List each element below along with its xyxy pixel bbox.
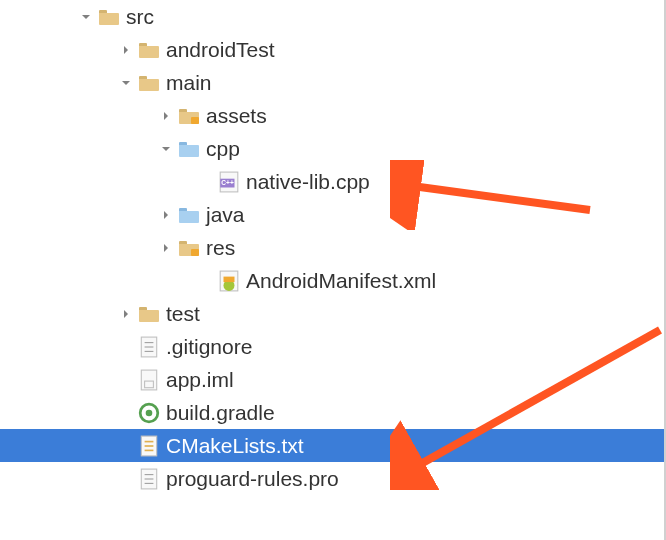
folder-source-icon [178, 139, 200, 159]
folder-icon [138, 40, 160, 60]
tree-label: proguard-rules.pro [166, 467, 339, 491]
tree-item-proguard[interactable]: proguard-rules.pro [0, 462, 666, 495]
svg-rect-18 [191, 249, 199, 256]
tree-item-androidtest[interactable]: androidTest [0, 33, 666, 66]
folder-icon [98, 7, 120, 27]
chevron-right-icon[interactable] [158, 240, 174, 256]
folder-icon [138, 73, 160, 93]
svg-rect-10 [179, 145, 199, 157]
tree-item-src[interactable]: src [0, 0, 666, 33]
svg-point-31 [146, 409, 153, 416]
tree-item-main[interactable]: main [0, 66, 666, 99]
tree-label: AndroidManifest.xml [246, 269, 436, 293]
tree-item-res[interactable]: res [0, 231, 666, 264]
folder-source-icon [178, 205, 200, 225]
tree-label: java [206, 203, 245, 227]
cpp-file-icon: C++ [218, 172, 240, 192]
chevron-down-icon[interactable] [78, 9, 94, 25]
text-file-icon [138, 436, 160, 456]
tree-item-java[interactable]: java [0, 198, 666, 231]
tree-item-buildgradle[interactable]: build.gradle [0, 396, 666, 429]
tree-item-cmakelists[interactable]: CMakeLists.txt [0, 429, 666, 462]
tree-label: main [166, 71, 212, 95]
svg-rect-1 [99, 13, 119, 25]
svg-rect-21 [224, 276, 235, 282]
tree-label: res [206, 236, 235, 260]
svg-rect-5 [139, 79, 159, 91]
chevron-right-icon[interactable] [158, 207, 174, 223]
tree-label: cpp [206, 137, 240, 161]
tree-label: .gitignore [166, 335, 252, 359]
tree-label: CMakeLists.txt [166, 434, 304, 458]
tree-label: native-lib.cpp [246, 170, 370, 194]
text-file-icon [138, 337, 160, 357]
tree-label: test [166, 302, 200, 326]
tree-item-appiml[interactable]: app.iml [0, 363, 666, 396]
tree-item-assets[interactable]: assets [0, 99, 666, 132]
tree-item-gitignore[interactable]: .gitignore [0, 330, 666, 363]
svg-rect-23 [139, 310, 159, 322]
svg-rect-29 [145, 381, 154, 388]
svg-rect-15 [179, 211, 199, 223]
tree-label: build.gradle [166, 401, 275, 425]
gradle-file-icon [138, 403, 160, 423]
tree-label: assets [206, 104, 267, 128]
tree-label: src [126, 5, 154, 29]
android-manifest-icon [218, 271, 240, 291]
folder-resources-icon [178, 106, 200, 126]
tree-item-test[interactable]: test [0, 297, 666, 330]
chevron-right-icon[interactable] [158, 108, 174, 124]
tree-label: androidTest [166, 38, 275, 62]
folder-icon [138, 304, 160, 324]
text-file-icon [138, 469, 160, 489]
chevron-right-icon[interactable] [118, 306, 134, 322]
iml-file-icon [138, 370, 160, 390]
chevron-down-icon[interactable] [118, 75, 134, 91]
svg-text:C++: C++ [221, 179, 234, 186]
tree-label: app.iml [166, 368, 234, 392]
svg-rect-3 [139, 46, 159, 58]
project-tree: src androidTest main assets [0, 0, 666, 495]
tree-item-nativelib[interactable]: C++ native-lib.cpp [0, 165, 666, 198]
svg-rect-8 [191, 117, 199, 124]
folder-resources-icon [178, 238, 200, 258]
tree-item-manifest[interactable]: AndroidManifest.xml [0, 264, 666, 297]
chevron-right-icon[interactable] [118, 42, 134, 58]
tree-item-cpp[interactable]: cpp [0, 132, 666, 165]
chevron-down-icon[interactable] [158, 141, 174, 157]
